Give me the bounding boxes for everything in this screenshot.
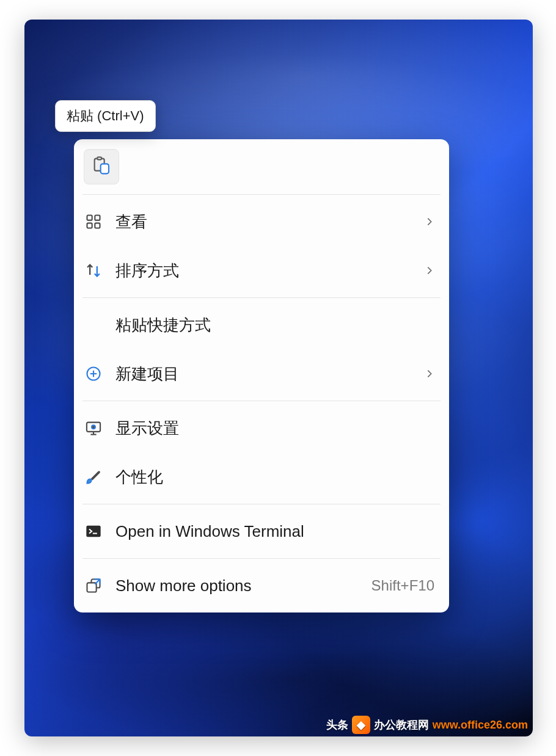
menu-label: Open in Windows Terminal (115, 522, 434, 541)
chevron-right-icon (425, 266, 434, 275)
svg-point-14 (93, 426, 94, 427)
new-icon (85, 365, 115, 382)
display-settings-icon (85, 420, 115, 437)
menu-divider (82, 558, 441, 559)
svg-rect-5 (87, 223, 92, 228)
menu-divider (82, 504, 441, 504)
watermark-cn: 办公教程网 (374, 718, 429, 732)
watermark-logo-icon: ◆ (352, 716, 370, 734)
svg-rect-4 (95, 216, 100, 220)
watermark-url: www.office26.com (433, 719, 528, 732)
paste-icon (92, 156, 111, 178)
menu-divider (82, 401, 441, 401)
menu-item-display-settings[interactable]: 显示设置 (74, 404, 449, 453)
tooltip-text: 粘贴 (Ctrl+V) (67, 108, 144, 123)
desktop-wallpaper[interactable]: 粘贴 (Ctrl+V) (24, 20, 533, 736)
chevron-right-icon (425, 217, 434, 227)
menu-label: 新建项目 (115, 363, 425, 385)
context-toolbar (74, 145, 449, 192)
menu-label: Show more options (115, 576, 371, 595)
more-options-icon (85, 577, 115, 594)
menu-label: 查看 (115, 211, 425, 233)
menu-item-more-options[interactable]: Show more options Shift+F10 (74, 561, 449, 610)
menu-item-sort[interactable]: 排序方式 (74, 246, 449, 295)
view-icon (85, 213, 115, 230)
menu-divider (82, 194, 441, 195)
menu-item-paste-shortcut[interactable]: 粘贴快捷方式 (74, 300, 449, 349)
menu-label: 个性化 (115, 467, 434, 488)
menu-shortcut: Shift+F10 (371, 577, 434, 594)
personalize-icon (85, 468, 115, 485)
menu-item-terminal[interactable]: Open in Windows Terminal (74, 507, 449, 556)
menu-item-new[interactable]: 新建项目 (74, 349, 449, 398)
watermark: 头条 ◆ 办公教程网 www.office26.com (326, 716, 528, 734)
desktop-context-menu: 查看 排序方式 粘贴快捷方式 (74, 139, 449, 612)
menu-label: 排序方式 (115, 260, 425, 282)
svg-rect-3 (87, 216, 92, 220)
svg-rect-6 (95, 223, 100, 228)
menu-label: 粘贴快捷方式 (115, 314, 434, 336)
menu-divider (82, 297, 441, 298)
svg-rect-1 (97, 157, 101, 159)
watermark-head: 头条 (326, 718, 348, 732)
chevron-right-icon (425, 369, 434, 379)
svg-rect-2 (101, 164, 109, 173)
svg-rect-15 (86, 526, 100, 537)
svg-line-18 (95, 580, 100, 584)
paste-button[interactable] (84, 149, 119, 184)
tooltip-paste: 粘贴 (Ctrl+V) (55, 100, 156, 132)
sort-icon (85, 262, 115, 279)
terminal-icon (85, 523, 115, 540)
menu-item-personalize[interactable]: 个性化 (74, 453, 449, 501)
menu-label: 显示设置 (115, 418, 434, 439)
menu-item-view[interactable]: 查看 (74, 197, 449, 246)
